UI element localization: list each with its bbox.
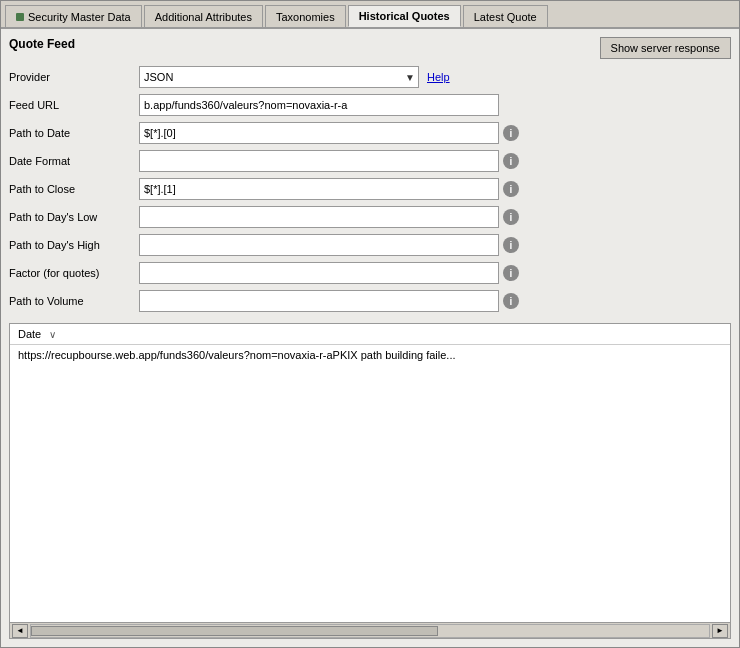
factor-label: Factor (for quotes) (9, 267, 139, 279)
path-to-days-high-input[interactable] (139, 234, 499, 256)
tab-label-security-master: Security Master Data (28, 11, 131, 23)
show-server-response-button[interactable]: Show server response (600, 37, 731, 59)
tab-latest-quote[interactable]: Latest Quote (463, 5, 548, 27)
provider-label: Provider (9, 71, 139, 83)
bottom-panel-content: https://recupbourse.web.app/funds360/val… (10, 345, 730, 622)
feed-url-input[interactable]: b.app/funds360/valeurs?nom=novaxia-r-a (139, 94, 499, 116)
path-to-date-info-icon[interactable]: i (503, 125, 519, 141)
path-to-volume-info-icon[interactable]: i (503, 293, 519, 309)
path-to-close-input[interactable]: $[*].[1] (139, 178, 499, 200)
main-window: Security Master Data Additional Attribut… (0, 0, 740, 648)
tab-historical-quotes[interactable]: Historical Quotes (348, 5, 461, 27)
date-format-input[interactable] (139, 150, 499, 172)
factor-info-icon[interactable]: i (503, 265, 519, 281)
path-to-date-control-wrapper: $[*].[0] i (139, 122, 731, 144)
tab-taxonomies[interactable]: Taxonomies (265, 5, 346, 27)
path-to-days-low-row: Path to Day's Low i (9, 205, 731, 229)
factor-row: Factor (for quotes) i (9, 261, 731, 285)
feed-url-label: Feed URL (9, 99, 139, 111)
feed-url-control-wrapper: b.app/funds360/valeurs?nom=novaxia-r-a (139, 94, 731, 116)
feed-url-row: Feed URL b.app/funds360/valeurs?nom=nova… (9, 93, 731, 117)
tab-label-taxonomies: Taxonomies (276, 11, 335, 23)
provider-row: Provider JSON XML CSV ▼ Help (9, 65, 731, 89)
scroll-right-button[interactable]: ► (712, 624, 728, 638)
path-to-days-high-control-wrapper: i (139, 234, 731, 256)
chevron-down-icon: ∨ (49, 329, 56, 340)
tab-label-historical-quotes: Historical Quotes (359, 10, 450, 22)
path-to-close-label: Path to Close (9, 183, 139, 195)
tab-bar: Security Master Data Additional Attribut… (1, 1, 739, 29)
path-to-close-row: Path to Close $[*].[1] i (9, 177, 731, 201)
header-row: Quote Feed Show server response (9, 37, 731, 59)
path-to-volume-row: Path to Volume i (9, 289, 731, 313)
path-to-days-high-row: Path to Day's High i (9, 233, 731, 257)
section-title: Quote Feed (9, 37, 75, 51)
scroll-track[interactable] (30, 624, 710, 638)
path-to-close-info-icon[interactable]: i (503, 181, 519, 197)
date-format-label: Date Format (9, 155, 139, 167)
path-to-date-input[interactable]: $[*].[0] (139, 122, 499, 144)
date-format-info-icon[interactable]: i (503, 153, 519, 169)
date-format-row: Date Format i (9, 149, 731, 173)
provider-select-container: JSON XML CSV ▼ (139, 66, 419, 88)
path-to-days-high-info-icon[interactable]: i (503, 237, 519, 253)
horizontal-scrollbar[interactable]: ◄ ► (10, 622, 730, 638)
factor-control-wrapper: i (139, 262, 731, 284)
path-to-volume-label: Path to Volume (9, 295, 139, 307)
help-link[interactable]: Help (427, 71, 450, 83)
tab-label-latest-quote: Latest Quote (474, 11, 537, 23)
scroll-left-button[interactable]: ◄ (12, 624, 28, 638)
bottom-panel-column-label: Date (18, 328, 41, 340)
path-to-days-low-input[interactable] (139, 206, 499, 228)
path-to-days-high-label: Path to Day's High (9, 239, 139, 251)
path-to-days-low-info-icon[interactable]: i (503, 209, 519, 225)
path-to-date-row: Path to Date $[*].[0] i (9, 121, 731, 145)
path-to-days-low-control-wrapper: i (139, 206, 731, 228)
provider-select[interactable]: JSON XML CSV (139, 66, 419, 88)
scroll-thumb[interactable] (31, 626, 438, 636)
bottom-panel-url-text: https://recupbourse.web.app/funds360/val… (18, 349, 456, 361)
path-to-volume-input[interactable] (139, 290, 499, 312)
path-to-close-control-wrapper: $[*].[1] i (139, 178, 731, 200)
path-to-date-label: Path to Date (9, 127, 139, 139)
factor-input[interactable] (139, 262, 499, 284)
main-content: Quote Feed Show server response Provider… (1, 29, 739, 647)
bottom-panel-header: Date ∨ (10, 324, 730, 345)
tab-label-additional-attributes: Additional Attributes (155, 11, 252, 23)
tab-security-master[interactable]: Security Master Data (5, 5, 142, 27)
tab-icon-security (16, 13, 24, 21)
path-to-days-low-label: Path to Day's Low (9, 211, 139, 223)
tab-additional-attributes[interactable]: Additional Attributes (144, 5, 263, 27)
bottom-panel: Date ∨ https://recupbourse.web.app/funds… (9, 323, 731, 639)
provider-control-wrapper: JSON XML CSV ▼ Help (139, 66, 731, 88)
path-to-volume-control-wrapper: i (139, 290, 731, 312)
form-area: Provider JSON XML CSV ▼ Help Feed URL (9, 65, 731, 317)
date-format-control-wrapper: i (139, 150, 731, 172)
